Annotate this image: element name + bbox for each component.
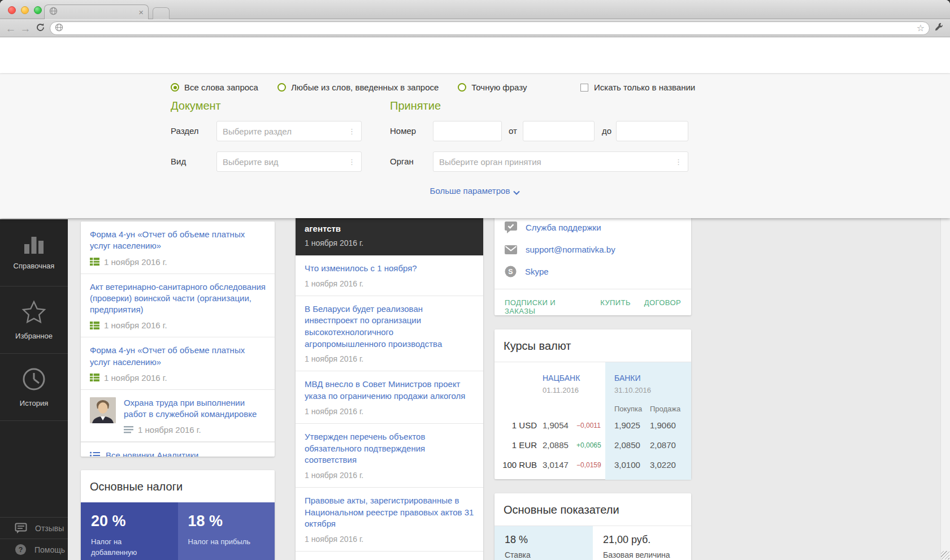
browser-tabstrip: × [0,0,950,19]
list-item: Форма 4-ун «Отчет об объеме платных услу… [81,222,275,274]
resize-grip-icon[interactable] [941,551,949,559]
news-link[interactable]: Правовые акты, зарегистрированные в Наци… [305,495,474,530]
date-to-input[interactable] [616,121,688,141]
sidebar-item-favorites[interactable]: Избранное [0,286,68,354]
support-service-link[interactable]: Служба поддержки [494,218,691,239]
more-parameters-link[interactable]: Больше параметров [0,186,950,196]
browser-toolbar: ← → ☆ [0,20,950,37]
news-item: Определен порядок включения продукции в … [296,552,483,560]
news-item: Утвержден перечень объектов обязательног… [296,424,483,488]
minimize-window-button[interactable] [21,6,29,14]
forward-button[interactable]: → [18,23,33,34]
list-icon [90,452,100,457]
rate-change: +0,0065 [576,441,601,449]
indicator-tile-rate[interactable]: 18 % Ставка [494,526,593,560]
banks-date: 31.10.2016 [614,386,651,394]
envelope-icon [505,245,517,254]
natbank-header[interactable]: НАЦБАНК [543,374,580,383]
document-link[interactable]: Форма 4-ун «Отчет об объеме платных услу… [90,229,266,252]
bank-sell: 1,9060 [650,420,676,430]
bank-buy: 2,0850 [614,440,640,450]
support-skype-link[interactable]: S Skype [494,260,691,283]
radio-all-words[interactable]: Все слова запроса [171,83,258,92]
tab-close-icon[interactable]: × [138,8,144,16]
site-header: § ИНФОРМАЦИОННО-ПРАВОВАЯ СИСТЕМА нормати… [0,37,950,74]
razdel-select[interactable]: Выберите раздел⋮ [216,121,362,141]
bookmark-star-icon[interactable]: ☆ [917,24,925,33]
indicators-card-title: Основные показатели [494,493,691,526]
organ-label: Орган [390,151,414,172]
bank-buy: 3,0100 [614,460,640,470]
contract-link[interactable]: ДОГОВОР [644,298,681,315]
close-window-button[interactable] [8,6,16,14]
support-email-link[interactable]: support@normativka.by [494,239,691,260]
indicator-tile-base-value[interactable]: 21,00 руб. Базовая величина [593,526,691,560]
banks-header[interactable]: БАНКИ [614,374,641,383]
news-date: 1 ноября 2016 г. [305,279,474,288]
select-dots-icon: ⋮ [348,158,355,166]
news-date: 1 ноября 2016 г. [305,354,474,363]
radio-exact-phrase[interactable]: Точную фразу [458,83,527,92]
sidebar-item-feedback[interactable]: Отзывы [0,517,68,539]
featured-news-item[interactable]: агентств 1 ноября 2016 г. [296,218,483,255]
from-label: от [509,121,517,141]
support-card: Служба поддержки support@normativka.by S… [494,218,691,315]
reload-button[interactable] [33,23,47,34]
natbank-rate: 1,9054 [543,420,569,430]
settings-wrench-icon[interactable] [934,22,944,34]
subscriptions-link[interactable]: ПОДПИСКИ И ЗАКАЗЫ [505,298,587,315]
left-sidebar: Справочная Избранное История Отзывы ? По… [0,219,68,560]
vid-select[interactable]: Выберите вид⋮ [216,151,362,172]
feedback-icon [15,523,27,534]
zoom-window-button[interactable] [34,6,42,14]
sidebar-item-reference[interactable]: Справочная [0,219,68,286]
news-item: Правовые акты, зарегистрированные в Наци… [296,488,483,552]
acceptance-section-heading: Принятие [390,99,441,112]
sidebar-item-history[interactable]: История [0,354,68,421]
currency-card: Курсы валют НАЦБАНК 01.11.2016 БАНКИ 31.… [494,329,691,479]
skype-icon: S [505,266,517,277]
search-title-only-checkbox[interactable]: Искать только в названии [580,83,695,92]
select-dots-icon: ⋮ [348,128,355,135]
tax-tile-profit[interactable]: 18 % Налог на прибыль [178,502,275,560]
news-link[interactable]: МВД внесло в Совет Министров проект указ… [305,379,474,402]
browser-tab[interactable]: × [44,5,149,19]
news-card: агентств 1 ноября 2016 г. Что изменилось… [296,218,483,560]
svg-text:S: S [508,268,513,276]
back-button[interactable]: ← [3,23,18,34]
taxes-card: Основные налоги 20 % Налог на добавленну… [81,470,275,560]
news-link[interactable]: Утвержден перечень объектов обязательног… [305,431,474,466]
tab-favicon-globe-icon [49,7,58,18]
bank-sell: 3,0220 [650,460,676,470]
news-date: 1 ноября 2016 г. [305,471,474,480]
select-dots-icon: ⋮ [675,158,682,166]
currency-label: 1 USD [494,420,537,430]
bank-sell: 2,0870 [650,440,676,450]
news-link[interactable]: В Беларуси будет реализован инвестпроект… [305,303,474,350]
page-content: Справочная Избранное История Отзывы ? По… [0,218,950,560]
number-input[interactable] [433,121,502,141]
tax-tile-vat[interactable]: 20 % Налог на добавленную [81,502,178,560]
natbank-rate: 3,0147 [543,460,569,470]
help-icon: ? [15,544,27,555]
sidebar-item-help[interactable]: ? Помощь [0,539,68,560]
document-date: 1 ноября 2016 г. [138,425,201,435]
organ-select[interactable]: Выберите орган принятия⋮ [433,151,688,172]
browser-scrollbar[interactable] [940,218,950,560]
news-link[interactable]: Что изменилось с 1 ноября? [305,263,474,275]
currency-label: 1 EUR [494,440,537,450]
list-item: Акт ветеринарно-санитарного обследования… [81,274,275,338]
rate-change: −0,0011 [576,422,601,429]
document-link[interactable]: Акт ветеринарно-санитарного обследования… [90,281,266,316]
radio-icon [458,83,466,92]
all-analytics-link[interactable]: Все новинки Аналитики [81,442,275,457]
natbank-date: 01.11.2016 [543,386,579,394]
buy-link[interactable]: КУПИТЬ [600,298,631,315]
address-bar[interactable]: ☆ [50,21,930,35]
new-tab-button[interactable] [153,7,170,19]
window-controls [8,6,42,14]
document-link[interactable]: Охрана труда при выполнении работ в служ… [124,397,266,420]
date-from-input[interactable] [523,121,595,141]
radio-any-words[interactable]: Любые из слов, введенных в запросе [277,83,439,92]
document-link[interactable]: Форма 4-ун «Отчет об объеме платных услу… [90,345,266,368]
